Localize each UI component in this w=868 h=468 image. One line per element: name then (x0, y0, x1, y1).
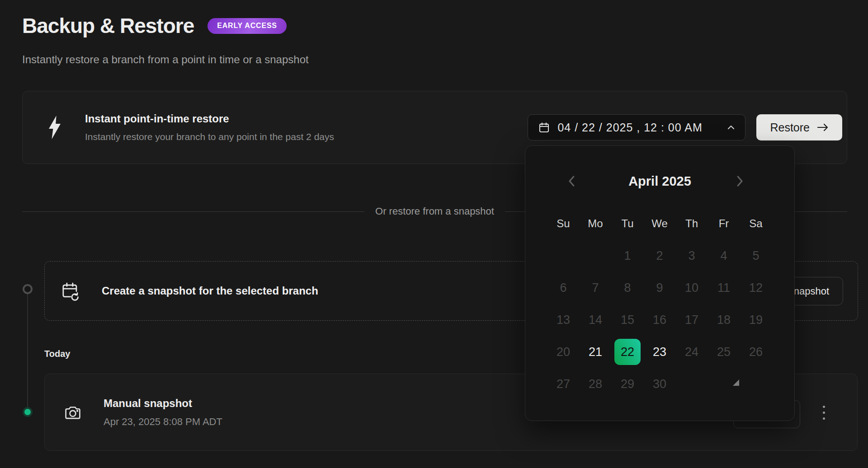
calendar-day[interactable]: 21 (582, 339, 609, 365)
calendar-day: 2 (646, 243, 673, 269)
calendar-empty-cell (550, 243, 576, 269)
timeline-dot-pending (23, 284, 33, 294)
weekday-label: Fr (711, 213, 737, 234)
calendar-day: 26 (743, 339, 769, 365)
pitr-description: Instantly restore your branch to any poi… (85, 131, 334, 142)
snapshot-title: Manual snapshot (104, 397, 222, 410)
calendar-day: 24 (679, 339, 705, 365)
arrow-right-icon (817, 123, 829, 131)
date-picker-popup: April 2025 SuMoTuWeThFrSa 12345678910111… (525, 145, 795, 421)
calendar-day: 20 (550, 339, 576, 365)
calendar-day: 17 (679, 307, 705, 333)
restore-button[interactable]: Restore (756, 114, 842, 140)
timeline-dot-active (23, 407, 33, 417)
calendar-day[interactable]: 23 (646, 339, 673, 365)
pitr-title: Instant point-in-time restore (85, 112, 334, 125)
weekday-label: We (646, 213, 673, 234)
early-access-badge: EARLY ACCESS (208, 18, 287, 34)
backup-restore-page: Backup & Restore EARLY ACCESS Instantly … (0, 0, 868, 468)
datetime-picker-trigger[interactable]: 04 / 22 / 2025 , 12 : 00 AM (528, 114, 745, 140)
page-subtitle: Instantly restore a branch from a point … (22, 53, 309, 66)
kebab-vertical-icon[interactable] (813, 401, 835, 424)
calendar-day: 18 (711, 307, 737, 333)
weekday-label: Th (679, 213, 705, 234)
calendar-day: 8 (614, 275, 641, 301)
weekday-label: Tu (614, 213, 641, 234)
chevron-left-icon[interactable] (566, 173, 583, 190)
calendar-day: 10 (679, 275, 705, 301)
calendar-day: 5 (743, 243, 769, 269)
calendar-empty-cell (679, 371, 705, 397)
calendar-empty-cell (743, 371, 769, 397)
lightning-bolt-icon (48, 116, 61, 139)
calendar-empty-cell (582, 243, 609, 269)
calendar-day: 30 (646, 371, 673, 397)
calendar-day: 9 (646, 275, 673, 301)
datetime-value: 04 / 22 / 2025 , 12 : 00 AM (557, 121, 720, 134)
calendar-day: 11 (711, 275, 737, 301)
calendar-day: 3 (679, 243, 705, 269)
chevron-right-icon[interactable] (734, 173, 751, 190)
calendar-day: 6 (550, 275, 576, 301)
today-label: Today (44, 349, 70, 359)
calendar-day: 12 (743, 275, 769, 301)
calendar-day: 7 (582, 275, 609, 301)
camera-icon (64, 404, 82, 421)
chevron-up-icon (727, 125, 735, 130)
corner-grip-triangle (733, 379, 739, 386)
calendar-day-grid: 1234567891011121314151617181920212223242… (550, 243, 769, 397)
calendar-day: 28 (582, 371, 609, 397)
calendar-day: 14 (582, 307, 609, 333)
create-snapshot-label: Create a snapshot for the selected branc… (102, 285, 318, 297)
divider-label: Or restore from a snapshot (375, 206, 494, 217)
timeline-connector (27, 294, 28, 408)
calendar-day: 4 (711, 243, 737, 269)
calendar-day: 16 (646, 307, 673, 333)
calendar-day: 25 (711, 339, 737, 365)
calendar-day: 19 (743, 307, 769, 333)
snapshot-timestamp: Apr 23, 2025 8:08 PM ADT (104, 416, 222, 428)
calendar-day: 27 (550, 371, 576, 397)
calendar-sync-icon (61, 281, 80, 301)
calendar-day: 13 (550, 307, 576, 333)
calendar-day-selected[interactable]: 22 (614, 339, 641, 365)
calendar-icon (538, 122, 550, 134)
weekday-label: Su (550, 213, 576, 234)
weekday-label: Sa (743, 213, 769, 234)
calendar-day: 15 (614, 307, 641, 333)
page-title: Backup & Restore (22, 13, 194, 39)
calendar-weekday-row: SuMoTuWeThFrSa (550, 213, 769, 234)
page-header: Backup & Restore EARLY ACCESS (22, 13, 287, 39)
calendar-day: 1 (614, 243, 641, 269)
weekday-label: Mo (582, 213, 609, 234)
calendar-day: 29 (614, 371, 641, 397)
